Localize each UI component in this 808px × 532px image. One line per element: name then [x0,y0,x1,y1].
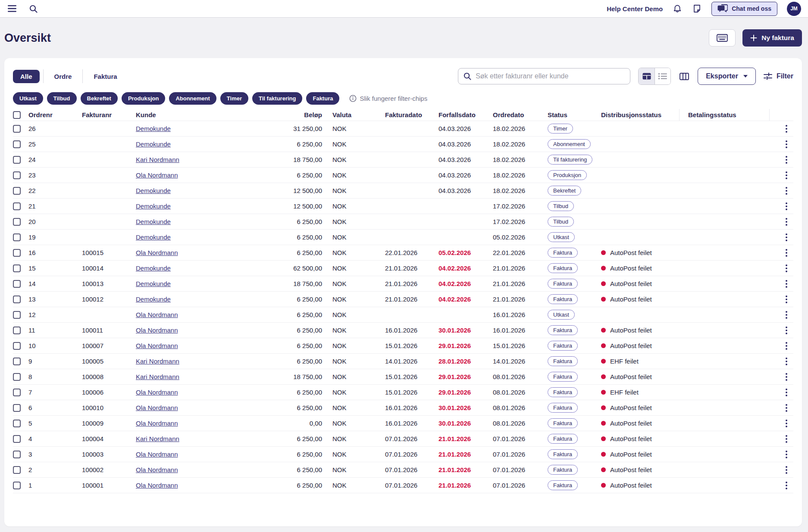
kunde-link[interactable]: Ola Nordmann [136,171,178,179]
row-menu-kebab-icon[interactable] [784,294,789,305]
keyboard-shortcuts-button[interactable] [709,29,736,47]
row-checkbox[interactable] [13,389,21,396]
kunde-link[interactable]: Demokunde [136,233,171,241]
kunde-link[interactable]: Demokunde [136,140,171,148]
row-checkbox[interactable] [13,156,21,164]
filter-button[interactable]: Filter [764,72,793,80]
row-menu-kebab-icon[interactable] [784,480,789,491]
filter-chip-abonnement[interactable]: Abonnement [169,92,216,105]
notifications-bell-icon[interactable] [672,3,683,14]
kunde-link[interactable]: Ola Nordmann [136,327,178,334]
filter-chip-timer[interactable]: Timer [220,92,248,105]
filter-chip-utkast[interactable]: Utkast [13,92,43,105]
row-menu-kebab-icon[interactable] [784,387,789,398]
kunde-link[interactable]: Ola Nordmann [136,389,178,396]
search-input[interactable] [476,72,625,80]
row-menu-kebab-icon[interactable] [784,356,789,367]
kunde-link[interactable]: Demokunde [136,202,171,210]
row-checkbox[interactable] [13,311,21,319]
row-checkbox[interactable] [13,435,21,443]
row-checkbox[interactable] [13,420,21,427]
kunde-link[interactable]: Ola Nordmann [136,420,178,427]
row-checkbox[interactable] [13,140,21,148]
row-checkbox[interactable] [13,218,21,226]
kunde-link[interactable]: Ola Nordmann [136,249,178,256]
notes-icon[interactable] [692,3,702,14]
row-menu-kebab-icon[interactable] [784,247,789,258]
row-checkbox[interactable] [13,249,21,257]
row-menu-kebab-icon[interactable] [784,154,789,165]
kunde-link[interactable]: Ola Nordmann [136,342,178,349]
row-menu-kebab-icon[interactable] [784,139,789,150]
row-checkbox[interactable] [13,451,21,458]
row-checkbox[interactable] [13,171,21,179]
row-checkbox[interactable] [13,233,21,241]
filter-chip-faktura[interactable]: Faktura [306,92,339,105]
kunde-link[interactable]: Demokunde [136,264,171,272]
row-menu-kebab-icon[interactable] [784,449,789,460]
row-checkbox[interactable] [13,125,21,133]
row-menu-kebab-icon[interactable] [784,170,789,181]
table-view-button[interactable] [639,68,655,84]
list-view-button[interactable] [655,68,670,84]
row-checkbox[interactable] [13,202,21,210]
kunde-link[interactable]: Kari Nordmann [136,373,179,380]
row-menu-kebab-icon[interactable] [784,201,789,212]
row-checkbox[interactable] [13,373,21,381]
row-checkbox[interactable] [13,466,21,474]
row-menu-kebab-icon[interactable] [784,418,789,429]
row-menu-kebab-icon[interactable] [784,433,789,445]
row-menu-kebab-icon[interactable] [784,185,789,196]
kunde-link[interactable]: Ola Nordmann [136,451,178,458]
kunde-link[interactable]: Demokunde [136,187,171,194]
row-menu-kebab-icon[interactable] [784,278,789,289]
kunde-link[interactable]: Ola Nordmann [136,311,178,318]
export-button[interactable]: Eksporter [698,68,756,85]
row-checkbox[interactable] [13,296,21,303]
tab-alle[interactable]: Alle [13,70,40,83]
kunde-link[interactable]: Demokunde [136,296,171,303]
kunde-link[interactable]: Ola Nordmann [136,404,178,411]
row-menu-kebab-icon[interactable] [784,340,789,352]
row-checkbox[interactable] [13,342,21,350]
filter-chip-til-fakturering[interactable]: Til fakturering [252,92,302,105]
row-menu-kebab-icon[interactable] [784,371,789,383]
kunde-link[interactable]: Ola Nordmann [136,482,178,489]
row-checkbox[interactable] [13,280,21,288]
row-checkbox[interactable] [13,264,21,272]
search-icon[interactable] [28,4,38,14]
kunde-link[interactable]: Kari Nordmann [136,435,179,442]
row-checkbox[interactable] [13,482,21,489]
row-checkbox[interactable] [13,327,21,334]
row-checkbox[interactable] [13,358,21,365]
filter-chip-tilbud[interactable]: Tilbud [47,92,77,105]
columns-button[interactable] [679,72,690,81]
kunde-link[interactable]: Ola Nordmann [136,466,178,473]
filter-chips-info-link[interactable]: Slik fungerer filter-chips [349,95,427,102]
row-menu-kebab-icon[interactable] [784,216,789,227]
row-menu-kebab-icon[interactable] [784,309,789,320]
kunde-link[interactable]: Demokunde [136,125,171,132]
row-menu-kebab-icon[interactable] [784,263,789,274]
tab-ordre[interactable]: Ordre [47,70,79,83]
filter-chip-produksjon[interactable]: Produksjon [122,92,166,105]
row-menu-kebab-icon[interactable] [784,123,789,134]
row-menu-kebab-icon[interactable] [784,402,789,414]
row-menu-kebab-icon[interactable] [784,232,789,243]
row-checkbox[interactable] [13,187,21,195]
tab-faktura[interactable]: Faktura [86,70,124,83]
kunde-link[interactable]: Demokunde [136,218,171,225]
row-checkbox[interactable] [13,404,21,412]
filter-chip-bekreftet[interactable]: Bekreftet [81,92,118,105]
kunde-link[interactable]: Kari Nordmann [136,156,179,163]
row-menu-kebab-icon[interactable] [784,325,789,336]
new-invoice-button[interactable]: Ny faktura [742,29,802,47]
kunde-link[interactable]: Kari Nordmann [136,358,179,365]
cell-valuta: NOK [324,404,376,411]
chat-med-oss-button[interactable]: Chat med oss [711,2,777,16]
avatar[interactable]: JM [787,2,801,16]
hamburger-menu-icon[interactable] [7,4,17,13]
kunde-link[interactable]: Demokunde [136,280,171,287]
row-menu-kebab-icon[interactable] [784,464,789,476]
select-all-checkbox[interactable] [13,111,21,119]
